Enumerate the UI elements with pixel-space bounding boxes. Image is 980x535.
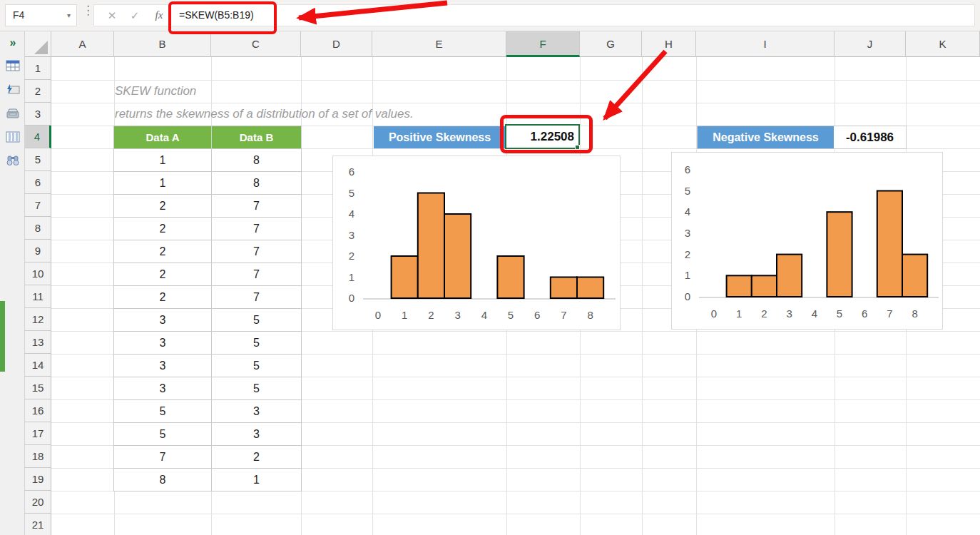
- x-tick-label: 2: [761, 307, 767, 320]
- table-cell[interactable]: 2: [114, 263, 212, 286]
- insert-function-icon[interactable]: fx: [148, 5, 170, 26]
- row-header-7[interactable]: 7: [25, 194, 51, 217]
- table-cell[interactable]: 2: [114, 240, 212, 263]
- table-cell[interactable]: 2: [114, 286, 212, 309]
- x-tick-label: 6: [534, 309, 540, 321]
- enter-icon[interactable]: ✓: [124, 5, 146, 26]
- table-cell[interactable]: 1: [212, 469, 302, 491]
- name-box-dropdown-icon[interactable]: ▾: [67, 5, 71, 26]
- column-header-G[interactable]: G: [580, 31, 642, 57]
- table-cell[interactable]: 2: [212, 446, 302, 469]
- name-box[interactable]: F4 ▾: [5, 4, 77, 26]
- annotation-arrow-cell: [605, 51, 665, 118]
- table-row: 27: [114, 263, 302, 286]
- cancel-icon[interactable]: ✕: [101, 5, 123, 26]
- column-header-J[interactable]: J: [834, 31, 906, 57]
- flash-fill-icon[interactable]: [4, 81, 21, 98]
- row-header-18[interactable]: 18: [25, 445, 51, 468]
- column-header-C[interactable]: C: [211, 31, 301, 57]
- table-row: 81: [114, 469, 302, 491]
- column-header-A[interactable]: A: [51, 31, 114, 57]
- column-header-B[interactable]: B: [114, 31, 211, 57]
- negative-skewness-label: Negative Skewness: [698, 126, 834, 148]
- gridline: [51, 514, 980, 514]
- table-row: 72: [114, 446, 302, 469]
- x-tick-label: 0: [375, 309, 381, 321]
- table-cell[interactable]: 5: [114, 400, 212, 423]
- row-header-19[interactable]: 19: [25, 468, 51, 491]
- row-header-21[interactable]: 21: [25, 514, 51, 535]
- columns-icon[interactable]: [4, 128, 21, 146]
- row-header-8[interactable]: 8: [25, 217, 51, 240]
- row-header-16[interactable]: 16: [25, 399, 51, 422]
- row-header-6[interactable]: 6: [25, 171, 51, 194]
- table-cell[interactable]: 3: [114, 332, 212, 355]
- column-header-H[interactable]: H: [642, 31, 696, 57]
- cell-j4-negative-skewness-value[interactable]: -0.61986: [834, 126, 906, 148]
- row-header-9[interactable]: 9: [25, 240, 51, 263]
- table-cell[interactable]: 7: [212, 195, 302, 218]
- table-cell[interactable]: 8: [114, 469, 212, 491]
- positive-skewness-chart[interactable]: 0123456012345678: [332, 156, 621, 330]
- table-cell[interactable]: 5: [212, 377, 302, 400]
- table-cell[interactable]: 5: [212, 309, 302, 332]
- table-cell[interactable]: 3: [212, 400, 302, 423]
- row-header-4[interactable]: 4: [25, 126, 51, 148]
- negative-skewness-chart[interactable]: 0123456012345678: [671, 152, 943, 330]
- expand-icon[interactable]: »: [4, 34, 21, 51]
- table-cell[interactable]: 3: [114, 355, 212, 377]
- table-cell[interactable]: 8: [212, 149, 302, 172]
- row-header-2[interactable]: 2: [25, 80, 51, 103]
- table-cell[interactable]: 1: [114, 149, 212, 172]
- table-cell[interactable]: 7: [212, 218, 302, 240]
- row-header-13[interactable]: 13: [25, 331, 51, 354]
- y-tick-label: 2: [349, 250, 354, 262]
- bar: [497, 256, 524, 298]
- y-tick-label: 3: [349, 229, 354, 241]
- table-cell[interactable]: 7: [212, 286, 302, 309]
- table-cell[interactable]: 2: [114, 195, 212, 218]
- table-cell[interactable]: 5: [212, 355, 302, 377]
- y-tick-label: 1: [349, 271, 354, 283]
- table-cell[interactable]: 5: [114, 423, 212, 446]
- data-table: Data AData B1818272727272735353535535372…: [113, 126, 302, 491]
- row-header-1[interactable]: 1: [25, 57, 51, 80]
- column-header-I[interactable]: I: [696, 31, 834, 57]
- row-header-10[interactable]: 10: [25, 263, 51, 285]
- row-header-5[interactable]: 5: [25, 148, 51, 171]
- row-header-3[interactable]: 3: [25, 103, 51, 126]
- note-description: returns the skewness of a distribution o…: [115, 103, 414, 126]
- table-cell[interactable]: 5: [212, 332, 302, 355]
- y-tick-label: 5: [685, 185, 690, 197]
- table-cell[interactable]: 8: [212, 172, 302, 195]
- table-cell[interactable]: 2: [114, 218, 212, 240]
- find-icon[interactable]: [4, 152, 21, 169]
- row-header-20[interactable]: 20: [25, 491, 51, 514]
- column-header-D[interactable]: D: [301, 31, 372, 57]
- table-cell[interactable]: 1: [114, 172, 212, 195]
- x-tick-label: 1: [736, 307, 742, 320]
- table-cell[interactable]: 7: [114, 446, 212, 469]
- column-header-K[interactable]: K: [906, 31, 980, 57]
- bar: [877, 191, 902, 297]
- table-cell[interactable]: 7: [212, 240, 302, 263]
- print-icon[interactable]: [4, 105, 21, 122]
- row-header-11[interactable]: 11: [25, 285, 51, 308]
- table-cell[interactable]: 3: [114, 377, 212, 400]
- sidebar-green-scrollbar[interactable]: [0, 301, 5, 372]
- row-header-12[interactable]: 12: [25, 308, 51, 331]
- select-all-button[interactable]: [25, 31, 51, 57]
- column-header-E[interactable]: E: [372, 31, 506, 57]
- row-header-17[interactable]: 17: [25, 422, 51, 445]
- table-cell[interactable]: 3: [114, 309, 212, 332]
- table-cell[interactable]: 3: [212, 423, 302, 446]
- sheet-icon[interactable]: [4, 57, 21, 74]
- row-header-15[interactable]: 15: [25, 377, 51, 399]
- table-row: 35: [114, 355, 302, 377]
- y-tick-label: 6: [685, 163, 690, 175]
- table-cell[interactable]: 7: [212, 263, 302, 286]
- row-header-14[interactable]: 14: [25, 354, 51, 377]
- y-tick-label: 0: [685, 290, 690, 302]
- column-header-F[interactable]: F: [506, 31, 580, 57]
- x-tick-label: 6: [862, 307, 867, 320]
